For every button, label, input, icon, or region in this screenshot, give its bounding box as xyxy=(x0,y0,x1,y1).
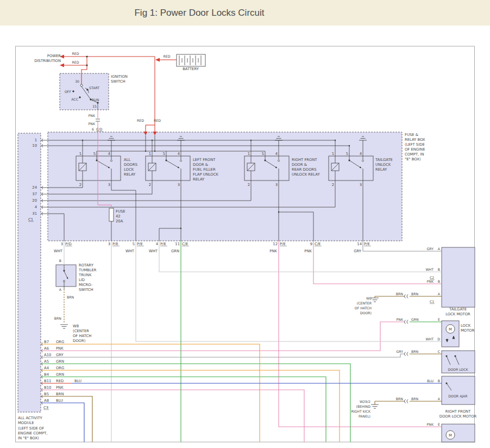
ground-label: RIGHT KICK xyxy=(351,409,371,413)
door-ajar-switch-box xyxy=(442,376,475,405)
wire-color-label: GRY xyxy=(397,350,404,353)
svg-text:A4: A4 xyxy=(44,366,49,370)
wire-color-label: RED xyxy=(164,54,171,58)
ground-label: PANEL) xyxy=(359,414,370,418)
svg-text:4: 4 xyxy=(360,152,362,156)
wire-color-label: WHT xyxy=(425,267,434,271)
ground-label: DOOR) xyxy=(73,339,86,343)
relay-name: UNLOCK xyxy=(375,163,391,167)
pin-letter: C xyxy=(438,350,440,353)
relay-box-label: "E" BOX) xyxy=(405,157,421,161)
relay-name: DOORS xyxy=(124,163,137,167)
module-label: MODULE xyxy=(18,421,34,425)
svg-text:P/E: P/E xyxy=(364,242,370,246)
ignition-label-1: IGNITION xyxy=(111,74,128,79)
rotary-label: LID xyxy=(79,278,85,282)
white-wires xyxy=(64,241,442,442)
svg-text:GRN: GRN xyxy=(56,359,64,364)
gray-wires xyxy=(41,241,442,357)
svg-text:9: 9 xyxy=(310,242,312,246)
svg-text:24: 24 xyxy=(32,185,37,190)
svg-text:C1: C1 xyxy=(28,217,33,222)
pin-number: 6 xyxy=(92,127,94,131)
svg-text:A5: A5 xyxy=(44,359,49,364)
ground-label: W8 xyxy=(73,324,79,328)
svg-text:3: 3 xyxy=(275,183,278,187)
relay-box-label: RELAY BOX xyxy=(405,138,425,142)
tailgate-lock-motor-box xyxy=(442,247,475,307)
svg-text:P/E: P/E xyxy=(280,242,286,246)
terminal-30: 30 xyxy=(75,79,79,83)
svg-text:3: 3 xyxy=(61,242,63,246)
pin-letter: B xyxy=(59,259,61,263)
fuse-label: 42 xyxy=(116,214,121,219)
all-activity-module-box xyxy=(18,133,41,412)
connector-code: C/D xyxy=(96,127,102,131)
svg-text:ORG: ORG xyxy=(56,366,64,370)
blue-wires xyxy=(41,383,442,442)
svg-text:GRY: GRY xyxy=(354,249,362,253)
pin-letter: A xyxy=(438,292,441,296)
svg-text:WHT: WHT xyxy=(54,249,63,253)
svg-text:P/E: P/E xyxy=(112,242,118,246)
wire-color-label: GRY xyxy=(427,247,434,251)
svg-text:P/E: P/E xyxy=(137,242,143,246)
figure-title-bar: Fig 1: Power Door Locks Circuit xyxy=(0,0,490,26)
svg-text:37: 37 xyxy=(32,192,37,196)
svg-text:PNK: PNK xyxy=(56,346,64,351)
svg-text:RED: RED xyxy=(56,379,64,383)
pin-letter: A xyxy=(59,288,62,291)
relay-box-label: OF ENGINE xyxy=(405,147,425,152)
ignition-label-2: SWITCH xyxy=(111,79,125,84)
wire-color-label: GRN xyxy=(411,318,419,321)
relay-name: LEFT FRONT xyxy=(193,158,216,162)
relay-name: UNLOCK RELAY xyxy=(292,172,320,177)
wire-color-label: BRN xyxy=(411,292,419,296)
wire-color-label: BRN xyxy=(411,350,419,353)
motor-m-symbol: M xyxy=(449,327,452,332)
svg-text:1: 1 xyxy=(248,152,250,156)
lock-motor-label: LOCK xyxy=(461,323,471,328)
front-door-motor-label: RIGHT FRONT xyxy=(445,409,471,414)
svg-text:3: 3 xyxy=(108,183,110,187)
wire-color-label: BRN xyxy=(396,397,404,401)
svg-text:12: 12 xyxy=(273,242,278,246)
svg-text:A6: A6 xyxy=(44,346,49,351)
svg-text:1: 1 xyxy=(35,138,37,142)
wire-color-label: PNK xyxy=(397,318,404,321)
power-label-2: DISTRIBUTION xyxy=(34,59,61,63)
figure-title: Fig 1: Power Door Locks Circuit xyxy=(134,8,264,18)
pin-letter: D xyxy=(437,337,440,341)
svg-text:P/D: P/D xyxy=(65,242,72,246)
svg-text:2: 2 xyxy=(332,183,334,187)
wire-color-label: RED xyxy=(72,60,79,64)
pin-letter: A xyxy=(438,397,441,401)
battery-symbol xyxy=(177,54,205,66)
relay-box-label: (LEFT SIDE xyxy=(405,142,425,147)
svg-text:ORG: ORG xyxy=(56,340,64,344)
rotary-label: ROTARY xyxy=(79,263,94,267)
svg-text:1: 1 xyxy=(332,152,334,156)
front-door-motor-label: DOOR LOCK MOTOR xyxy=(439,414,477,419)
svg-text:3: 3 xyxy=(178,183,180,187)
svg-text:5: 5 xyxy=(133,242,135,246)
svg-text:31: 31 xyxy=(32,211,37,216)
svg-text:4: 4 xyxy=(156,242,158,246)
svg-text:C/E: C/E xyxy=(315,242,321,246)
relay-name: REAR DOORS xyxy=(292,167,317,172)
ground-label: W8 xyxy=(366,296,372,300)
relay-name: RELAY xyxy=(375,167,387,172)
ground-label: DOOR) xyxy=(360,311,372,315)
svg-text:14: 14 xyxy=(357,242,362,246)
wire-color-label: BLU xyxy=(427,379,434,383)
wire-color-label: BRN xyxy=(411,397,419,401)
brown-wires xyxy=(41,289,442,442)
svg-text:C3: C3 xyxy=(43,406,48,410)
relay-name: FUEL FILLER xyxy=(193,167,216,172)
ground-label: (CENTER xyxy=(73,329,89,333)
battery-label: BATTERY xyxy=(183,67,199,71)
ground-label: OF HATCH xyxy=(355,306,372,310)
fuse-label: FUSE xyxy=(116,209,125,214)
position-start: START xyxy=(89,86,99,90)
svg-text:WHT: WHT xyxy=(149,249,158,253)
